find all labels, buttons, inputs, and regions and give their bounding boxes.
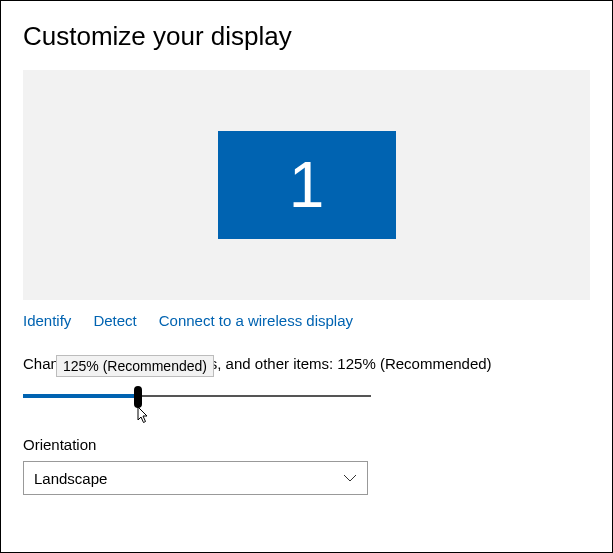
orientation-label: Orientation — [23, 436, 590, 453]
slider-thumb[interactable] — [134, 386, 142, 408]
chevron-down-icon — [343, 474, 357, 482]
display-preview-area: 1 — [23, 70, 590, 300]
display-action-links: Identify Detect Connect to a wireless di… — [23, 312, 590, 329]
monitor-tile-1[interactable]: 1 — [218, 131, 396, 239]
orientation-select[interactable]: Landscape — [23, 461, 368, 495]
slider-fill — [23, 394, 138, 398]
scale-label-value: 125% (Recommended) — [337, 355, 491, 372]
scale-slider[interactable] — [23, 386, 371, 412]
orientation-selected-value: Landscape — [34, 470, 107, 487]
cursor-icon — [137, 406, 151, 424]
identify-link[interactable]: Identify — [23, 312, 71, 329]
connect-wireless-link[interactable]: Connect to a wireless display — [159, 312, 353, 329]
detect-link[interactable]: Detect — [93, 312, 136, 329]
scale-tooltip: 125% (Recommended) — [56, 355, 214, 377]
page-title: Customize your display — [23, 21, 590, 52]
